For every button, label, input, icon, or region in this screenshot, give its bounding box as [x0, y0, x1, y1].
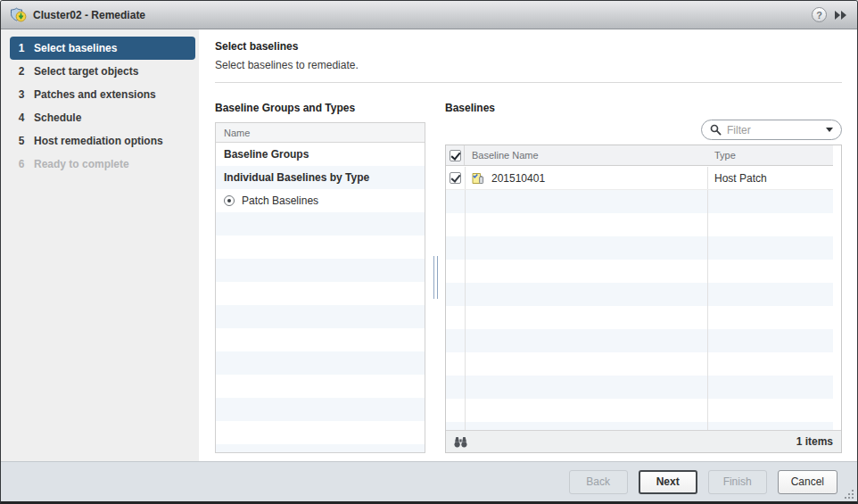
- baselines-panel-title: Baselines: [445, 102, 842, 114]
- filter-input[interactable]: [727, 124, 821, 136]
- step-host-remediation-options[interactable]: 5 Host remediation options: [10, 129, 195, 153]
- table-row-201510401[interactable]: 201510401 Host Patch: [446, 167, 833, 190]
- filter-dropdown-caret-icon[interactable]: [826, 128, 833, 132]
- step-number: 5: [17, 135, 26, 147]
- titlebar: Cluster02 - Remediate ?: [1, 1, 857, 29]
- dialog-footer: Back Next Finish Cancel: [1, 461, 857, 501]
- wizard-content: Select baselines Select baselines to rem…: [199, 29, 857, 461]
- panel-splitter: [425, 102, 445, 453]
- binoculars-find-icon[interactable]: [454, 436, 467, 448]
- row-patch-baselines[interactable]: Patch Baselines: [216, 189, 425, 212]
- search-icon: [710, 124, 722, 136]
- select-all-cell[interactable]: [446, 145, 465, 165]
- items-count: 1 items: [796, 435, 833, 448]
- header-divider: [215, 82, 842, 83]
- remediate-shield-icon: [10, 7, 27, 22]
- baseline-groups-panel: Baseline Groups and Types Name Baseline …: [215, 102, 425, 453]
- next-button[interactable]: Next: [639, 470, 697, 494]
- filter-box[interactable]: [701, 120, 842, 140]
- table-status-bar: 1 items: [446, 430, 841, 452]
- step-number: 1: [17, 42, 26, 54]
- page-title: Select baselines: [215, 40, 842, 53]
- row-label: Patch Baselines: [242, 194, 318, 207]
- baseline-type: Host Patch: [707, 172, 833, 185]
- step-label: Schedule: [34, 112, 81, 124]
- step-number: 4: [17, 112, 26, 124]
- column-divider: [707, 167, 708, 430]
- step-number: 2: [17, 65, 26, 78]
- row-baseline-groups[interactable]: Baseline Groups: [216, 143, 425, 166]
- page-subtitle: Select baselines to remediate.: [215, 59, 842, 71]
- window-title: Cluster02 - Remediate: [33, 9, 805, 21]
- baseline-groups-rows: Baseline Groups Individual Baselines by …: [216, 143, 425, 452]
- collapse-double-arrow-icon[interactable]: [833, 9, 848, 21]
- step-ready-to-complete: 6 Ready to complete: [10, 153, 195, 176]
- baselines-panel: Baselines: [445, 102, 842, 453]
- step-schedule[interactable]: 4 Schedule: [10, 106, 195, 129]
- remediate-wizard-dialog: Cluster02 - Remediate ? 1 Select baselin…: [0, 0, 858, 504]
- select-all-checkbox[interactable]: [450, 150, 461, 161]
- step-label: Ready to complete: [34, 158, 129, 170]
- baselines-table: Baseline Name Type: [445, 145, 842, 453]
- finish-button: Finish: [708, 470, 767, 494]
- row-label: Baseline Groups: [224, 148, 309, 161]
- column-divider: [465, 167, 466, 430]
- step-label: Select baselines: [34, 42, 117, 54]
- help-icon[interactable]: ?: [812, 7, 827, 22]
- cancel-button[interactable]: Cancel: [778, 470, 837, 494]
- step-patches-and-extensions[interactable]: 3 Patches and extensions: [10, 83, 195, 106]
- baseline-groups-table: Name Baseline Groups Individual Baseline…: [215, 122, 425, 453]
- column-type[interactable]: Type: [707, 150, 833, 161]
- wizard-steps-sidebar: 1 Select baselines 2 Select target objec…: [1, 29, 199, 461]
- baseline-name: 201510401: [491, 172, 545, 185]
- row-individual-baselines-by-type[interactable]: Individual Baselines by Type: [216, 166, 425, 189]
- resize-grip[interactable]: [845, 490, 854, 500]
- step-label: Host remediation options: [34, 135, 163, 147]
- step-label: Select target objects: [34, 65, 138, 78]
- splitter-drag-handle-icon[interactable]: [433, 256, 438, 299]
- column-baseline-name[interactable]: Baseline Name: [465, 150, 707, 161]
- step-number: 6: [17, 158, 26, 170]
- back-button: Back: [569, 470, 628, 494]
- step-number: 3: [17, 88, 26, 101]
- step-label: Patches and extensions: [34, 88, 156, 101]
- baselines-rows: 201510401 Host Patch: [446, 167, 833, 430]
- radio-selected-icon[interactable]: [224, 195, 235, 206]
- baseline-groups-panel-title: Baseline Groups and Types: [215, 102, 425, 114]
- step-select-baselines[interactable]: 1 Select baselines: [10, 37, 195, 60]
- row-label: Individual Baselines by Type: [224, 171, 369, 184]
- patch-baseline-icon: [471, 171, 485, 185]
- row-checkbox[interactable]: [450, 172, 461, 184]
- baselines-table-header: Baseline Name Type: [446, 145, 833, 166]
- step-select-target-objects[interactable]: 2 Select target objects: [10, 60, 195, 83]
- name-column-header: Name: [216, 123, 425, 143]
